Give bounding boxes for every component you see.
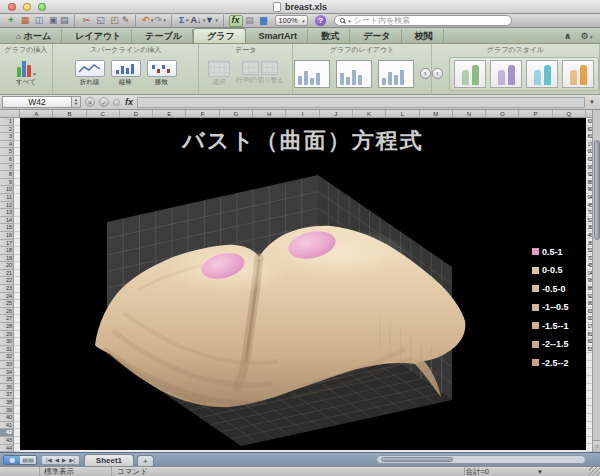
row-header[interactable]: 9 bbox=[0, 179, 14, 187]
row-header[interactable]: 6 bbox=[0, 156, 14, 164]
styles-scroll-prev-icon[interactable]: ‹ bbox=[432, 68, 443, 79]
formula-input[interactable] bbox=[137, 97, 585, 108]
search-dropdown-icon[interactable]: ▾ bbox=[348, 18, 351, 24]
sort-icon[interactable]: A↓ ▾ bbox=[191, 15, 206, 27]
row-header[interactable]: 27 bbox=[0, 315, 14, 323]
row-header[interactable]: 32 bbox=[0, 353, 14, 361]
row-header[interactable]: 35 bbox=[0, 376, 14, 384]
row-header[interactable]: 3 bbox=[0, 133, 14, 141]
row-header[interactable]: 11 bbox=[0, 194, 14, 202]
row-header[interactable]: 41 bbox=[0, 422, 14, 430]
select-all-corner[interactable] bbox=[0, 110, 20, 117]
column-header[interactable]: P bbox=[519, 110, 552, 117]
column-header[interactable]: E bbox=[153, 110, 186, 117]
row-header[interactable]: 2 bbox=[0, 126, 14, 134]
row-header[interactable]: 16 bbox=[0, 232, 14, 240]
chart-layout-thumbnail-1[interactable] bbox=[294, 60, 330, 88]
sheet-nav-arrow[interactable]: |◀ bbox=[46, 457, 52, 463]
undo-icon[interactable]: ↶ ▾ bbox=[141, 15, 155, 27]
row-header[interactable]: 7 bbox=[0, 164, 14, 172]
chart-icon[interactable]: ▆ ▾ bbox=[257, 15, 271, 27]
help-icon[interactable]: ? bbox=[315, 15, 326, 26]
column-header[interactable]: O bbox=[486, 110, 519, 117]
format-brush-icon[interactable]: ✎ ▾ bbox=[122, 15, 136, 27]
row-header[interactable]: 43 bbox=[0, 437, 14, 445]
fx-icon[interactable]: fx bbox=[125, 97, 133, 107]
row-header[interactable]: 14 bbox=[0, 217, 14, 225]
row-header[interactable]: 24 bbox=[0, 293, 14, 301]
row-header[interactable]: 18 bbox=[0, 247, 14, 255]
chart-title[interactable]: バスト（曲面）方程式 bbox=[20, 126, 586, 156]
legend-item[interactable]: -2.5--2 bbox=[532, 356, 569, 369]
column-header[interactable]: D bbox=[120, 110, 153, 117]
tab-table[interactable]: テーブル bbox=[132, 29, 193, 43]
chart-object[interactable]: バスト（曲面）方程式 0.5-1 0-0.5 -0.5- bbox=[20, 118, 586, 450]
column-header[interactable]: M bbox=[420, 110, 453, 117]
tab-chart[interactable]: グラフ bbox=[193, 28, 246, 43]
legend-item[interactable]: 0.5-1 bbox=[532, 245, 569, 258]
row-header[interactable]: 40 bbox=[0, 414, 14, 422]
column-header[interactable]: A bbox=[20, 110, 53, 117]
legend-item[interactable]: -1.5--1 bbox=[532, 319, 569, 332]
gear-icon[interactable]: ⚙▾ bbox=[580, 31, 592, 41]
row-header[interactable]: 21 bbox=[0, 270, 14, 278]
tab-home[interactable]: ⌂ ホーム bbox=[6, 29, 62, 43]
column-header[interactable]: F bbox=[186, 110, 219, 117]
chart-layout-thumbnail-3[interactable] bbox=[378, 60, 414, 88]
redo-icon[interactable]: ↷ ▾ bbox=[155, 15, 172, 27]
row-header[interactable]: 34 bbox=[0, 369, 14, 377]
row-header[interactable]: 10 bbox=[0, 186, 14, 194]
row-header[interactable]: 37 bbox=[0, 391, 14, 399]
legend-item[interactable]: 0-0.5 bbox=[532, 264, 569, 277]
row-header[interactable]: 4 bbox=[0, 141, 14, 149]
sheet-nav-arrow[interactable]: ▶ bbox=[62, 457, 66, 463]
formula-builder-icon[interactable]: fx ▾ bbox=[229, 15, 243, 27]
chart-style-thumbnail[interactable] bbox=[454, 60, 486, 88]
row-header[interactable]: 29 bbox=[0, 331, 14, 339]
search-input[interactable]: ▾ シート内を検索 bbox=[334, 15, 512, 26]
column-header[interactable]: J bbox=[320, 110, 353, 117]
tab-layout[interactable]: レイアウト bbox=[62, 29, 132, 43]
row-header[interactable]: 39 bbox=[0, 407, 14, 415]
autosum-icon[interactable]: Σ ▾ bbox=[177, 15, 191, 27]
column-header[interactable]: Q bbox=[553, 110, 586, 117]
paste-icon[interactable]: ◰ ▾ bbox=[108, 15, 122, 27]
chart-style-thumbnail[interactable] bbox=[562, 60, 594, 88]
sheet-nav-arrow[interactable]: ▶| bbox=[69, 457, 75, 463]
close-window-icon[interactable] bbox=[8, 3, 16, 11]
row-header[interactable]: 31 bbox=[0, 346, 14, 354]
tab-smartart[interactable]: SmartArt bbox=[246, 29, 309, 43]
row-header[interactable]: 15 bbox=[0, 224, 14, 232]
sheet-tab[interactable]: Sheet1 bbox=[84, 454, 134, 466]
cell-reference-stepper[interactable]: ▲▼ bbox=[72, 96, 81, 108]
row-header[interactable]: 5 bbox=[0, 148, 14, 156]
row-header[interactable]: 23 bbox=[0, 285, 14, 293]
legend-item[interactable]: -1--0.5 bbox=[532, 301, 569, 314]
cut-icon[interactable]: ✂ ▾ bbox=[80, 15, 94, 27]
vertical-scrollbar[interactable]: ≡ bbox=[592, 110, 600, 452]
add-sheet-button[interactable]: + bbox=[137, 455, 154, 466]
sheet-nav-arrow[interactable]: ◀ bbox=[55, 457, 59, 463]
zoom-control[interactable]: 100% ▾ bbox=[275, 15, 309, 26]
minimize-window-icon[interactable] bbox=[23, 3, 31, 11]
row-header[interactable]: 13 bbox=[0, 209, 14, 217]
normal-view-button[interactable]: ▦ bbox=[4, 456, 20, 464]
sum-dropdown-icon[interactable]: ▼ bbox=[537, 469, 543, 475]
column-header[interactable]: I bbox=[286, 110, 319, 117]
formula-bar-expand-icon[interactable]: ▼ bbox=[589, 99, 598, 105]
insert-chart-all-button[interactable]: ▾ すべて bbox=[16, 60, 36, 87]
filter-icon[interactable]: ▼ ▾ bbox=[205, 15, 223, 27]
row-header[interactable]: 28 bbox=[0, 323, 14, 331]
column-header[interactable]: G bbox=[220, 110, 253, 117]
horizontal-scrollbar[interactable] bbox=[376, 455, 586, 464]
column-header[interactable]: B bbox=[53, 110, 86, 117]
row-header[interactable]: 26 bbox=[0, 308, 14, 316]
template-gallery-icon[interactable]: ▦ ▾ bbox=[18, 15, 32, 27]
collapse-ribbon-icon[interactable]: ∧ bbox=[564, 31, 571, 41]
column-header[interactable]: L bbox=[386, 110, 419, 117]
chart-style-thumbnail[interactable] bbox=[526, 60, 558, 88]
window-resize-grip[interactable] bbox=[589, 467, 600, 476]
column-header[interactable]: H bbox=[253, 110, 286, 117]
row-header[interactable]: 17 bbox=[0, 240, 14, 248]
print-icon[interactable]: ▤ ▾ bbox=[60, 15, 75, 27]
